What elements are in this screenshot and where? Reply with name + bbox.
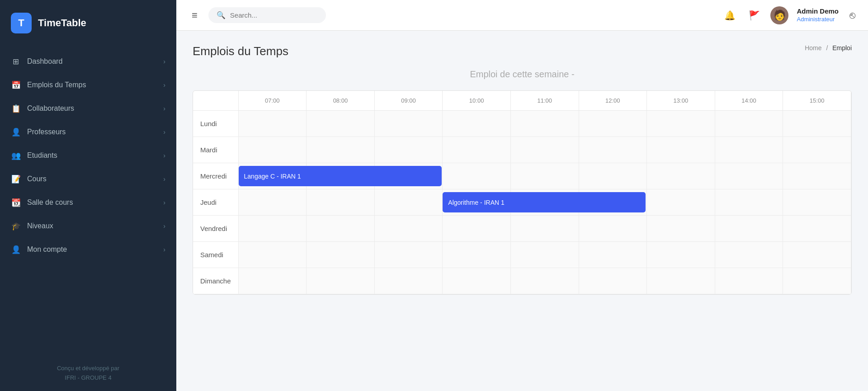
collaborateurs-chevron: ›: [163, 105, 165, 112]
hour-header-1000: 10:00: [443, 91, 511, 111]
cell-mardi-2: [374, 137, 443, 163]
sidebar: T TimeTable ⊞ Dashboard › 📅 Emplois du T…: [0, 0, 176, 391]
hour-header-0800: 08:00: [307, 91, 375, 111]
cell-lundi-5: [579, 111, 647, 137]
cell-jeudi-2: [374, 189, 443, 216]
sidebar-nav: ⊞ Dashboard › 📅 Emplois du Temps › 📋 Col…: [0, 46, 176, 356]
search-input[interactable]: [230, 11, 311, 19]
day-label-mardi: Mardi: [193, 137, 238, 163]
cell-mercredi-4: [510, 163, 579, 189]
cell-dimanche-4: [510, 268, 579, 294]
cell-dimanche-3: [443, 268, 511, 294]
breadcrumb-home: Home: [805, 44, 821, 52]
cell-mercredi-8: [783, 163, 851, 189]
breadcrumb: Home / Emploi: [805, 44, 852, 52]
cell-mercredi-5: [579, 163, 647, 189]
event-block[interactable]: Algorithme - IRAN 1: [443, 192, 646, 212]
cell-mercredi-7: [715, 163, 783, 189]
sidebar-label-etudiants: Etudiants: [27, 151, 57, 160]
sidebar-item-salle[interactable]: 📆 Salle de cours ›: [0, 191, 176, 214]
salle-icon: 📆: [11, 198, 21, 207]
cell-samedi-7: [715, 242, 783, 268]
user-name: Admin Demo: [797, 7, 839, 16]
cell-lundi-7: [715, 111, 783, 137]
sidebar-item-etudiants[interactable]: 👥 Etudiants ›: [0, 144, 176, 167]
cell-vendredi-5: [579, 216, 647, 242]
salle-chevron: ›: [163, 199, 165, 206]
page-header: Emplois du Temps Home / Emploi: [193, 44, 852, 58]
cell-mardi-6: [647, 137, 715, 163]
etudiants-icon: 👥: [11, 151, 21, 160]
cours-icon: 📝: [11, 174, 21, 184]
professeurs-icon: 👤: [11, 127, 21, 137]
sidebar-logo: T: [11, 13, 32, 33]
timetable-body: LundiMardiMercrediLangage C - IRAN 1Jeud…: [193, 111, 851, 294]
hour-header-1100: 11:00: [510, 91, 579, 111]
header-spacer: [193, 91, 238, 111]
cell-jeudi-1: [307, 189, 375, 216]
sidebar-label-compte: Mon compte: [27, 245, 67, 254]
cell-lundi-0: [238, 111, 307, 137]
sidebar-item-niveaux[interactable]: 🎓 Niveaux ›: [0, 214, 176, 238]
emplois-chevron: ›: [163, 81, 165, 89]
table-row: Lundi: [193, 111, 851, 137]
sidebar-item-cours[interactable]: 📝 Cours ›: [0, 167, 176, 191]
cell-vendredi-4: [510, 216, 579, 242]
cell-lundi-4: [510, 111, 579, 137]
user-role: Administrateur: [797, 16, 839, 24]
dashboard-icon: ⊞: [11, 57, 21, 66]
cell-mardi-3: [443, 137, 511, 163]
cell-jeudi-0: [238, 189, 307, 216]
sidebar-item-collaborateurs[interactable]: 📋 Collaborateurs ›: [0, 97, 176, 120]
sidebar-item-dashboard[interactable]: ⊞ Dashboard ›: [0, 50, 176, 73]
collaborateurs-icon: 📋: [11, 104, 21, 113]
search-icon: 🔍: [217, 11, 226, 19]
event-block[interactable]: Langage C - IRAN 1: [239, 166, 442, 186]
day-label-samedi: Samedi: [193, 242, 238, 268]
cell-mardi-1: [307, 137, 375, 163]
page-content: Emplois du Temps Home / Emploi Emploi de…: [176, 31, 868, 391]
timetable-header: 07:0008:0009:0010:0011:0012:0013:0014:00…: [193, 91, 851, 111]
cell-mardi-5: [579, 137, 647, 163]
schedule-heading: Emploi de cette semaine -: [193, 69, 852, 80]
notification-icon[interactable]: 🔔: [722, 7, 738, 24]
sidebar-label-salle: Salle de cours: [27, 198, 73, 207]
cell-mardi-0: [238, 137, 307, 163]
cell-lundi-6: [647, 111, 715, 137]
sidebar-title: TimeTable: [38, 17, 86, 29]
sidebar-item-emplois[interactable]: 📅 Emplois du Temps ›: [0, 73, 176, 97]
hour-header-1200: 12:00: [579, 91, 647, 111]
cell-dimanche-2: [374, 268, 443, 294]
menu-toggle-button[interactable]: ≡: [189, 7, 200, 24]
sidebar-item-compte[interactable]: 👤 Mon compte ›: [0, 238, 176, 261]
niveaux-chevron: ›: [163, 222, 165, 230]
breadcrumb-current: Emploi: [832, 44, 852, 52]
message-icon[interactable]: 🚩: [746, 7, 762, 24]
day-label-dimanche: Dimanche: [193, 268, 238, 294]
sidebar-label-emplois: Emplois du Temps: [27, 81, 86, 89]
cell-jeudi-6: [647, 189, 715, 216]
hour-header-1400: 14:00: [715, 91, 783, 111]
breadcrumb-separator: /: [826, 44, 828, 52]
hour-header-1300: 13:00: [647, 91, 715, 111]
cell-vendredi-8: [783, 216, 851, 242]
emplois-icon: 📅: [11, 80, 21, 90]
cell-vendredi-6: [647, 216, 715, 242]
cell-lundi-3: [443, 111, 511, 137]
cell-mardi-8: [783, 137, 851, 163]
table-row: Samedi: [193, 242, 851, 268]
user-info: Admin Demo Administrateur: [797, 7, 839, 23]
sidebar-header: T TimeTable: [0, 0, 176, 46]
compte-chevron: ›: [163, 246, 165, 253]
cell-dimanche-0: [238, 268, 307, 294]
cell-samedi-0: [238, 242, 307, 268]
cell-samedi-3: [443, 242, 511, 268]
cell-samedi-2: [374, 242, 443, 268]
logout-icon[interactable]: ⎋: [849, 9, 855, 21]
cours-chevron: ›: [163, 175, 165, 183]
sidebar-item-professeurs[interactable]: 👤 Professeurs ›: [0, 120, 176, 144]
timetable: 07:0008:0009:0010:0011:0012:0013:0014:00…: [193, 91, 851, 294]
timetable-wrapper: 07:0008:0009:0010:0011:0012:0013:0014:00…: [193, 90, 852, 295]
cell-samedi-5: [579, 242, 647, 268]
dashboard-chevron: ›: [163, 58, 165, 65]
